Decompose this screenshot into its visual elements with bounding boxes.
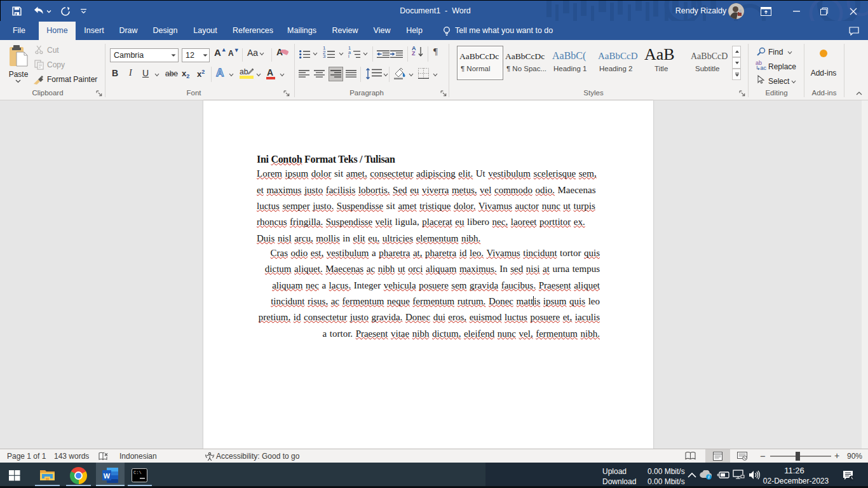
svg-text:W: W	[104, 472, 111, 480]
svg-text:C:\: C:\	[133, 470, 142, 475]
